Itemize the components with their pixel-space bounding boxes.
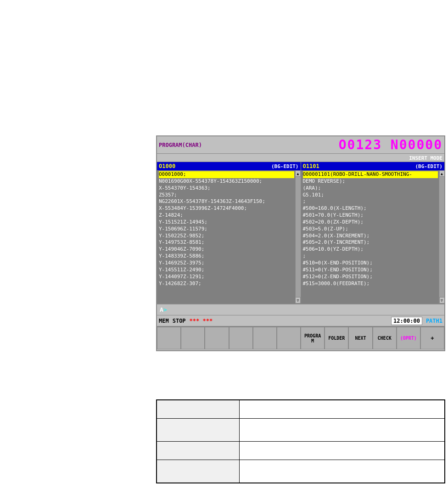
code-line-right-9: #504=2.0(X-INCREMENT); xyxy=(303,233,438,240)
insert-mode-label: INSERT MODE xyxy=(409,155,442,161)
left-panel-inner: O0001000; N001690G00X-554378Y-154363Z150… xyxy=(157,170,301,303)
code-line-left-6: Z-14824; xyxy=(159,212,294,219)
fkey-plus[interactable]: + xyxy=(420,327,444,349)
code-line-left-9: Y-150225Z-9852; xyxy=(159,233,294,240)
program-label: PROGRAM(CHAR) xyxy=(159,142,202,148)
left-panel-title-bar: O1000 (BG-EDIT) xyxy=(157,162,301,170)
code-line-right-13: #510=0(X-END-POSITION); xyxy=(303,260,438,267)
right-scroll-down[interactable]: ▽ xyxy=(439,297,445,303)
screen-header: PROGRAM(CHAR) O0123 N00000 xyxy=(157,136,444,154)
code-line-right-0: O00001101(ROBO-DRILL-NANO-SMOOTHING- xyxy=(303,171,438,178)
code-line-left-1: N001690G00X-554378Y-154363Z150000; xyxy=(159,178,294,185)
code-line-left-3: Z5357; xyxy=(159,192,294,199)
code-line-right-5: #500=160.0(X-LENGTH); xyxy=(303,205,438,212)
code-line-right-3: G5.101; xyxy=(303,192,438,199)
right-scroll-up[interactable]: ▲ xyxy=(439,170,445,177)
code-line-right-16: #515=3000.0(FEEDRATE); xyxy=(303,281,438,287)
table-row-3-col2 xyxy=(240,442,445,460)
left-scrollbar[interactable]: ▲ ▽ xyxy=(295,170,301,303)
mem-label: MEM xyxy=(159,318,169,324)
status-cursor: > xyxy=(163,306,167,313)
fkey-5[interactable] xyxy=(253,327,277,349)
code-line-left-10: Y-149753Z-8581; xyxy=(159,239,294,246)
code-line-right-6: #501=70.0(Y-LENGTH); xyxy=(303,212,438,219)
right-panel-inner: O00001101(ROBO-DRILL-NANO-SMOOTHING- DEM… xyxy=(301,170,445,303)
code-line-left-12: Y-148339Z-5886; xyxy=(159,253,294,260)
right-panel-bg-edit: (BG-EDIT) xyxy=(415,163,442,169)
code-line-right-2: (ARA); xyxy=(303,185,438,192)
left-panel-bg-edit: (BG-EDIT) xyxy=(271,163,299,169)
code-line-left-14: Y-145511Z-2490; xyxy=(159,267,294,274)
fkey-folder[interactable]: FOLDER xyxy=(325,327,348,349)
left-panel: O1000 (BG-EDIT) O0001000; N001690G00X-55… xyxy=(157,162,301,303)
code-line-right-4: ; xyxy=(303,198,438,205)
code-line-right-7: #502=20.0(ZX-DEPTH); xyxy=(303,219,438,226)
code-line-left-16: Y-142682Z-307; xyxy=(159,281,294,287)
code-line-left-0: O0001000; xyxy=(159,171,294,178)
table-row-3-col1 xyxy=(157,442,240,460)
table-row-4-col2 xyxy=(240,460,445,483)
right-panel-title: O1101 xyxy=(303,163,319,169)
bottom-table xyxy=(156,399,445,483)
mem-status-bar: MEM STOP *** *** 12:00:00 PATH1 xyxy=(157,315,444,326)
table-row-2-col2 xyxy=(240,419,445,442)
fkey-check[interactable]: CHECK xyxy=(373,327,397,349)
code-line-right-8: #503=5.0(Z-UP); xyxy=(303,226,438,233)
fkey-oprt[interactable]: (OPRT) xyxy=(397,327,420,349)
fkey-program[interactable]: PROGRAM xyxy=(301,327,325,349)
code-line-right-11: #506=10.0(YZ-DEPTH); xyxy=(303,246,438,253)
status-area: A > xyxy=(157,304,444,315)
right-scrollbar[interactable]: ▲ ▽ xyxy=(439,170,444,303)
program-number: O0123 N00000 xyxy=(339,137,442,152)
time-label: 12:00:00 xyxy=(391,317,422,325)
code-line-right-14: #511=0(Y-END-POSITION); xyxy=(303,267,438,274)
table-row-1-col2 xyxy=(240,400,445,419)
table-row-2-col1 xyxy=(157,419,240,442)
fkey-bar: PROGRAM FOLDER NEXT CHECK (OPRT) + xyxy=(157,326,444,349)
fkey-3[interactable] xyxy=(205,327,229,349)
left-scroll-down[interactable]: ▽ xyxy=(295,297,301,303)
code-line-left-8: Y-150696Z-11579; xyxy=(159,226,294,233)
table-row-4-col1 xyxy=(157,460,240,483)
stop-label: STOP xyxy=(173,318,186,324)
fkey-2[interactable] xyxy=(181,327,205,349)
insert-mode-bar: INSERT MODE xyxy=(157,154,444,162)
right-panel-title-bar: O1101 (BG-EDIT) xyxy=(301,162,445,170)
code-line-left-4: NG22601X-554378Y-154363Z-14643F150; xyxy=(159,198,294,205)
code-line-right-1: DEMO REVERSE); xyxy=(303,178,438,185)
cnc-screen: PROGRAM(CHAR) O0123 N00000 INSERT MODE O… xyxy=(156,135,445,351)
fkey-6[interactable] xyxy=(277,327,301,349)
code-line-right-15: #512=0(Z-END-POSITION); xyxy=(303,274,438,281)
left-panel-content[interactable]: O0001000; N001690G00X-554378Y-154363Z150… xyxy=(157,170,295,303)
left-panel-title: O1000 xyxy=(159,163,175,169)
code-line-right-12: ; xyxy=(303,253,438,260)
code-line-left-15: Y-144097Z-1291; xyxy=(159,274,294,281)
code-line-left-2: X-554370Y-154363; xyxy=(159,185,294,192)
right-panel-content[interactable]: O00001101(ROBO-DRILL-NANO-SMOOTHING- DEM… xyxy=(301,170,439,303)
fkey-4[interactable] xyxy=(229,327,253,349)
stars-label: *** *** xyxy=(190,318,213,324)
code-line-left-11: Y-149046Z-7090; xyxy=(159,246,294,253)
code-line-left-13: Y-146925Z-3975; xyxy=(159,260,294,267)
fkey-next[interactable]: NEXT xyxy=(348,327,372,349)
code-line-right-10: #505=2.0(Y-INCREMENT); xyxy=(303,239,438,246)
code-line-left-7: Y-151521Z-14945; xyxy=(159,219,294,226)
panels-container: O1000 (BG-EDIT) O0001000; N001690G00X-55… xyxy=(157,162,444,304)
code-line-left-5: X-553484Y-153996Z-14724F4000; xyxy=(159,205,294,212)
left-scroll-up[interactable]: ▲ xyxy=(295,170,301,177)
path-label: PATH1 xyxy=(426,318,442,324)
status-a-label: A xyxy=(160,306,163,313)
right-panel: O1101 (BG-EDIT) O00001101(ROBO-DRILL-NAN… xyxy=(301,162,445,303)
table-row-1-col1 xyxy=(157,400,240,419)
fkey-1[interactable] xyxy=(157,327,181,349)
